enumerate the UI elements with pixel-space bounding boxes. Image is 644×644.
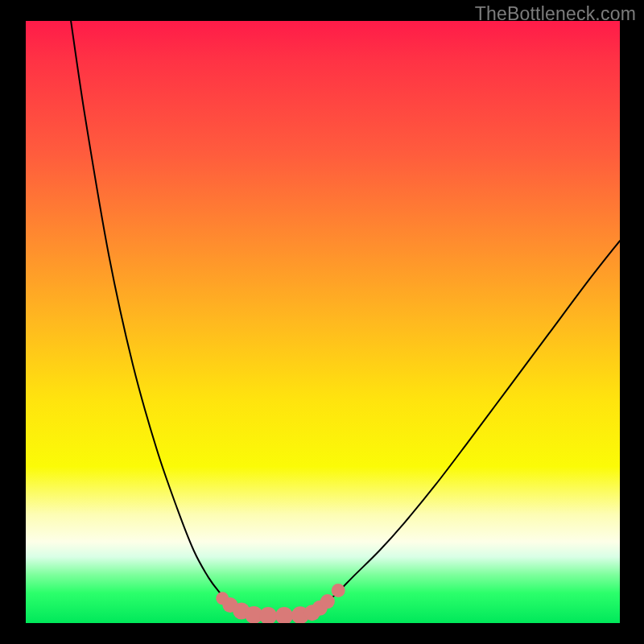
plot-area: [26, 21, 620, 623]
highlight-dot: [275, 607, 293, 623]
highlight-dot: [332, 584, 345, 597]
highlight-dot: [320, 594, 335, 609]
left-curve: [71, 21, 246, 613]
curve-layer: [26, 21, 620, 623]
highlight-dot: [259, 607, 277, 623]
chart-frame: TheBottleneck.com: [0, 0, 644, 644]
highlight-dots: [216, 584, 345, 623]
right-curve: [308, 241, 620, 614]
